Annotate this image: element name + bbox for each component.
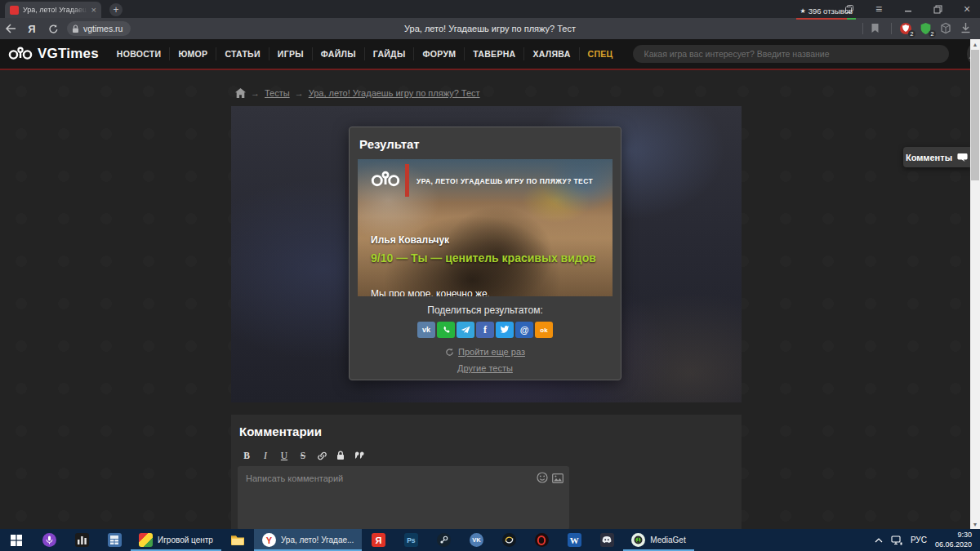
- menu-icon[interactable]: ≡: [872, 2, 885, 16]
- tray-expand-icon[interactable]: [875, 538, 883, 543]
- retry-link[interactable]: Пройти еще раз: [458, 347, 525, 357]
- nav-yumor[interactable]: ЮМОР: [169, 47, 216, 60]
- comment-input-wrap: [238, 466, 569, 530]
- comment-input[interactable]: [238, 466, 569, 530]
- quote-button[interactable]: [354, 450, 365, 461]
- breadcrumb-current-link[interactable]: Ура, лето! Угадаешь игру по пляжу? Тест: [309, 88, 480, 98]
- extension-adguard-icon[interactable]: 2: [899, 22, 912, 35]
- scroll-up-arrow[interactable]: ▲: [970, 39, 980, 49]
- refresh-icon[interactable]: [42, 24, 64, 34]
- toolbar-divider: [891, 23, 892, 34]
- opera-button[interactable]: [525, 529, 558, 551]
- back-icon[interactable]: [0, 24, 21, 33]
- restore-icon[interactable]: [931, 2, 944, 16]
- vk-button[interactable]: VK: [460, 529, 492, 551]
- tab-close-icon[interactable]: ×: [91, 6, 96, 15]
- windows-icon: [11, 535, 22, 546]
- calculator-button[interactable]: [98, 529, 131, 551]
- collections-icon[interactable]: [940, 22, 953, 35]
- taskbar-clock[interactable]: 9:30 06.06.2020: [935, 531, 972, 549]
- nav-halyava[interactable]: ХАЛЯВА: [523, 47, 578, 60]
- banner-red-bar: [405, 164, 409, 197]
- underline-button[interactable]: U: [278, 450, 290, 461]
- share-telegram-button[interactable]: [457, 322, 474, 338]
- image-icon: [552, 473, 564, 483]
- file-explorer-button[interactable]: [221, 529, 254, 551]
- bold-button[interactable]: B: [241, 450, 252, 461]
- share-facebook-button[interactable]: f: [476, 322, 494, 338]
- nav-gaidy[interactable]: ГАЙДЫ: [364, 47, 414, 60]
- browser-tab[interactable]: Ура, лето! Угадаешь иг ×: [5, 2, 101, 18]
- network-icon[interactable]: [891, 535, 902, 545]
- language-indicator[interactable]: РУС: [911, 535, 927, 544]
- share-whatsapp-button[interactable]: [437, 322, 455, 338]
- emoji-button[interactable]: [537, 472, 548, 487]
- nav-igry[interactable]: ИГРЫ: [269, 47, 312, 60]
- nav-stati[interactable]: СТАТЬИ: [216, 47, 268, 60]
- nav-novosti[interactable]: НОВОСТИ: [109, 47, 170, 60]
- other-tests-link[interactable]: Другие тесты: [457, 363, 513, 373]
- extension-shield-icon[interactable]: 2: [920, 22, 933, 35]
- share-odnoklassniki-button[interactable]: ok: [535, 322, 553, 338]
- reviews-button[interactable]: ★ 396 отзывов: [795, 3, 858, 18]
- cortana-button[interactable]: [33, 529, 65, 551]
- steam-icon: [439, 535, 448, 544]
- start-button[interactable]: [0, 529, 33, 551]
- bookmark-icon[interactable]: [871, 22, 884, 35]
- vgtimes-logo[interactable]: VGTimes: [0, 46, 109, 62]
- site-header: VGTimes НОВОСТИ ЮМОР СТАТЬИ ИГРЫ ФАЙЛЫ Г…: [0, 39, 980, 69]
- link-button[interactable]: [316, 450, 327, 461]
- breadcrumb-sep: →: [295, 88, 304, 98]
- scroll-down-arrow[interactable]: ▼: [970, 519, 980, 529]
- result-banner-image: УРА, ЛЕТО! УГАДАЕШЬ ИГРУ ПО ПЛЯЖУ? ТЕСТ …: [358, 159, 612, 296]
- steam-button[interactable]: [427, 529, 460, 551]
- game-center-icon: [139, 533, 153, 547]
- toolbar-divider: [862, 23, 863, 34]
- new-tab-button[interactable]: +: [109, 3, 122, 16]
- rating-bar: [796, 18, 856, 20]
- breadcrumb-tests-link[interactable]: Тесты: [265, 88, 290, 98]
- address-bar[interactable]: vgtimes.ru: [67, 21, 131, 36]
- scrollbar-thumb[interactable]: [971, 50, 979, 180]
- nav-faily[interactable]: ФАЙЛЫ: [312, 47, 364, 60]
- speech-bubble-icon: [957, 153, 968, 162]
- yandex-app-button[interactable]: Я: [362, 529, 394, 551]
- yandex-services-icon[interactable]: Я: [21, 23, 42, 35]
- word-button[interactable]: W: [558, 529, 590, 551]
- attach-image-button[interactable]: [552, 472, 564, 487]
- nav-taverna[interactable]: ТАВЕРНА: [464, 47, 523, 60]
- taskbar-window-mediaget[interactable]: MediaGet: [623, 529, 693, 551]
- close-window-icon[interactable]: ×: [960, 2, 973, 16]
- download-icon[interactable]: [960, 22, 973, 35]
- discord-button[interactable]: [590, 529, 623, 551]
- italic-button[interactable]: I: [260, 450, 271, 461]
- minimize-icon[interactable]: [902, 2, 915, 16]
- home-icon[interactable]: [235, 88, 246, 98]
- result-subtitle: Мы про море, конечно же.: [371, 288, 490, 296]
- vgtimes-logo-icon: [371, 169, 400, 190]
- nav-spec[interactable]: СПЕЦ: [579, 47, 621, 60]
- taskbar-window-game-center[interactable]: Игровой центр: [131, 529, 221, 551]
- opera-icon: [537, 535, 546, 545]
- page-scrollbar[interactable]: ▲ ▼: [970, 39, 980, 529]
- vgtimes-logo-icon: [8, 46, 33, 62]
- share-twitter-button[interactable]: [496, 322, 514, 338]
- task-view-button[interactable]: [65, 529, 98, 551]
- spoiler-lock-button[interactable]: [335, 450, 346, 461]
- browser-toolbar: Я vgtimes.ru Ура, лето! Угадаешь игру по…: [0, 18, 980, 39]
- photoshop-button[interactable]: Ps: [394, 529, 427, 551]
- mediaget-icon: [634, 535, 643, 544]
- yandex-browser-icon: Y: [262, 533, 276, 547]
- taskbar-window-browser[interactable]: Y Ура, лето! Угадае...: [254, 529, 362, 551]
- tab-favicon: [10, 6, 19, 15]
- strikethrough-button[interactable]: S: [297, 450, 309, 461]
- comments-floating-button[interactable]: Комменты: [903, 147, 970, 167]
- nav-forum[interactable]: ФОРУМ: [413, 47, 464, 60]
- share-mailru-button[interactable]: @: [515, 322, 533, 338]
- link-icon: [317, 451, 327, 461]
- twitter-icon: [500, 326, 510, 334]
- site-search-input[interactable]: [633, 45, 949, 63]
- comments-section: Комментарии B I U S: [231, 415, 742, 529]
- share-vk-button[interactable]: vk: [417, 322, 435, 338]
- battlenet-button[interactable]: [492, 529, 525, 551]
